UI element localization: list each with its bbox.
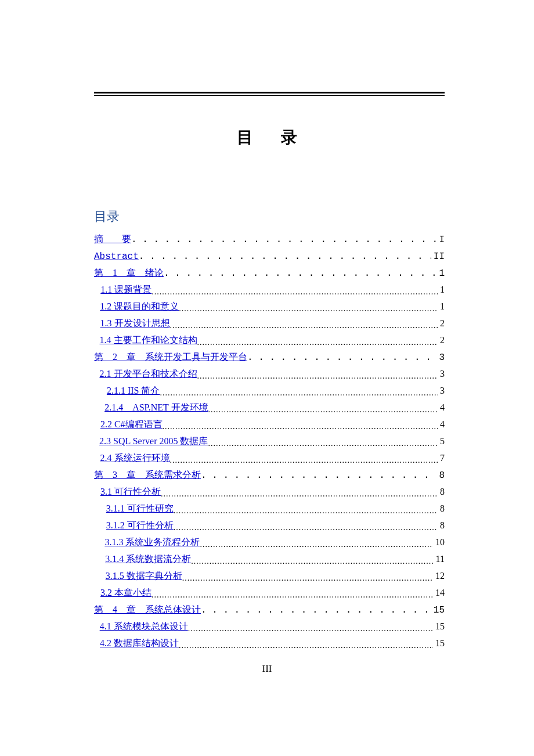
toc-entry: 3.1.4 系统数据流分析 11 <box>94 551 445 568</box>
toc-entry: 第 1 章 绪论 1 <box>94 265 445 282</box>
toc-link[interactable]: 3.1.5 数据字典分析 <box>106 568 182 584</box>
toc-link[interactable]: 2.1.4 ASP.NET 开发环境 <box>104 399 208 416</box>
toc-entry: 4.2 数据库结构设计 15 <box>94 635 445 652</box>
leader-dots <box>197 366 438 383</box>
title-char-1: 目 <box>237 128 253 146</box>
toc-link[interactable]: 1.3 开发设计思想 <box>100 315 170 332</box>
toc-page: 15 <box>431 602 445 618</box>
toc-entry: Abstract II <box>94 248 445 265</box>
toc-link[interactable]: 3.1.2 可行性分析 <box>106 517 174 534</box>
toc-page: 7 <box>438 450 445 466</box>
toc-link[interactable]: 2.2 C#编程语言 <box>100 416 163 433</box>
toc-page: 15 <box>433 618 445 635</box>
toc-page: 3 <box>438 383 445 399</box>
toc-entry: 4.1 系统模块总体设计 15 <box>94 618 445 635</box>
toc-entry: 3.1.2 可行性分析 8 <box>94 517 445 534</box>
leader-dots <box>174 501 438 517</box>
toc-link[interactable]: 2.4 系统运行环境 <box>100 450 170 466</box>
toc-link[interactable]: 3.1 可行性分析 <box>100 484 161 500</box>
leader-dots <box>170 450 438 467</box>
toc-link[interactable]: 4.2 数据库结构设计 <box>100 635 179 651</box>
toc-entry: 1.2 课题目的和意义 1 <box>94 298 445 315</box>
toc-page: 1 <box>436 265 445 282</box>
toc-page: 1 <box>438 282 445 298</box>
leader-dots <box>151 585 433 602</box>
toc-entry: 1.3 开发设计思想 2 <box>94 315 445 332</box>
toc-link[interactable]: 1.4 主要工作和论文结构 <box>100 332 197 348</box>
toc-link[interactable]: 2.1.1 IIS 简介 <box>107 383 160 399</box>
toc-link[interactable]: 第 2 章 系统开发工具与开发平台 <box>94 349 247 365</box>
toc-link[interactable]: 4.1 系统模块总体设计 <box>100 618 188 635</box>
toc-link[interactable]: 1.1 课题背景 <box>100 282 151 298</box>
toc-page: II <box>431 249 445 265</box>
toc-link[interactable]: 第 4 章 系统总体设计 <box>94 602 201 618</box>
leader-dots <box>163 416 438 433</box>
toc-page: 8 <box>438 517 445 534</box>
toc-page: I <box>436 232 445 248</box>
leader-dots <box>182 568 433 585</box>
toc-entry: 1.1 课题背景 1 <box>94 282 445 298</box>
leader-dots <box>160 383 438 399</box>
toc-page: 2 <box>438 332 445 348</box>
toc-page: 15 <box>433 635 445 651</box>
toc-page: 3 <box>436 350 445 366</box>
toc-page: 8 <box>438 501 445 517</box>
title-char-2: 录 <box>281 128 297 146</box>
toc-entry: 2.4 系统运行环境 7 <box>94 450 445 467</box>
leader-dots <box>201 467 436 484</box>
leader-dots <box>139 248 431 265</box>
toc-subhead: 目录 <box>94 208 120 225</box>
leader-dots <box>208 399 438 416</box>
toc-link[interactable]: Abstract <box>94 249 139 265</box>
toc-link[interactable]: 摘 要 <box>94 232 131 248</box>
toc-entry: 1.4 主要工作和论文结构 2 <box>94 332 445 349</box>
toc-link[interactable]: 第 3 章 系统需求分析 <box>94 467 201 483</box>
toc-page: 12 <box>433 568 445 584</box>
toc-entry: 摘 要 I <box>94 231 445 248</box>
toc-entry: 3.2 本章小结 14 <box>94 585 445 602</box>
leader-dots <box>200 534 433 551</box>
leader-dots <box>174 517 438 534</box>
leader-dots <box>151 282 438 298</box>
toc-page: 4 <box>438 416 445 433</box>
leader-dots <box>247 349 436 366</box>
toc-link[interactable]: 3.1.1 可行性研究 <box>106 501 174 517</box>
toc-entry: 2.1.4 ASP.NET 开发环境 4 <box>94 399 445 416</box>
toc-entry: 2.1 开发平台和技术介绍 3 <box>94 366 445 383</box>
leader-dots <box>161 484 438 501</box>
toc-entry: 第 3 章 系统需求分析 8 <box>94 467 445 484</box>
toc-link[interactable]: 3.1.4 系统数据流分析 <box>105 551 191 567</box>
page-number: III <box>0 663 534 675</box>
toc-page: 1 <box>438 298 445 315</box>
toc-link[interactable]: 1.2 课题目的和意义 <box>100 298 179 315</box>
toc-link[interactable]: 2.3 SQL Server 2005 数据库 <box>99 433 208 449</box>
toc-entry: 第 4 章 系统总体设计 15 <box>94 602 445 618</box>
toc-entry: 3.1.3 系统业务流程分析 10 <box>94 534 445 551</box>
toc-page: 14 <box>433 585 445 601</box>
leader-dots <box>164 265 436 282</box>
toc-entry: 2.2 C#编程语言 4 <box>94 416 445 433</box>
toc-link[interactable]: 2.1 开发平台和技术介绍 <box>100 366 197 382</box>
toc-page: 5 <box>438 433 445 449</box>
toc-link[interactable]: 3.2 本章小结 <box>100 585 151 601</box>
leader-dots <box>197 332 438 349</box>
toc-entry: 第 2 章 系统开发工具与开发平台 3 <box>94 349 445 366</box>
toc-link[interactable]: 3.1.3 系统业务流程分析 <box>104 534 200 550</box>
toc-page: 8 <box>438 484 445 500</box>
toc-link[interactable]: 第 1 章 绪论 <box>94 265 164 281</box>
page: 目录 目录 摘 要 IAbstract II第 1 章 绪论 11.1 课题背景… <box>0 0 534 756</box>
toc-page: 10 <box>433 534 445 550</box>
toc-page: 4 <box>438 399 445 416</box>
toc-list: 摘 要 IAbstract II第 1 章 绪论 11.1 课题背景 11.2 … <box>94 231 445 652</box>
leader-dots <box>170 315 438 332</box>
leader-dots <box>191 551 433 568</box>
leader-dots <box>179 635 433 652</box>
page-title: 目录 <box>0 127 534 149</box>
toc-entry: 2.3 SQL Server 2005 数据库 5 <box>94 433 445 450</box>
toc-entry: 2.1.1 IIS 简介 3 <box>94 383 445 399</box>
toc-entry: 3.1 可行性分析 8 <box>94 484 445 501</box>
toc-page: 11 <box>434 551 445 567</box>
leader-dots <box>201 602 431 618</box>
leader-dots <box>131 231 436 248</box>
header-rule-thin <box>94 95 445 96</box>
